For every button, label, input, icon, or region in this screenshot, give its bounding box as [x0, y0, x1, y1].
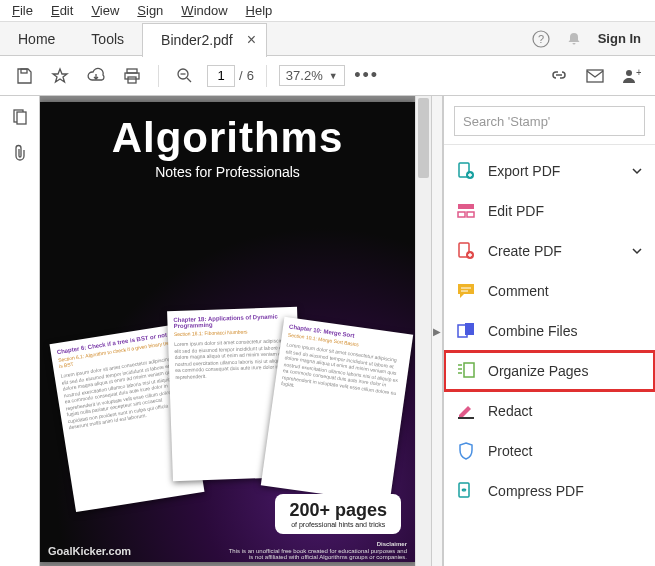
- svg-rect-13: [17, 112, 26, 124]
- tool-label: Compress PDF: [488, 483, 584, 499]
- thumbnails-icon[interactable]: [11, 108, 29, 126]
- tool-label: Protect: [488, 443, 532, 459]
- comment-icon: [456, 281, 476, 301]
- tool-protect[interactable]: Protect: [444, 431, 655, 471]
- svg-text:+: +: [636, 67, 641, 78]
- toolbar: / 6 37.2% ▼ ••• +: [0, 56, 655, 96]
- svg-line-7: [187, 78, 191, 82]
- cover-footer: GoalKicker.com DisclaimerThis is an unof…: [40, 540, 415, 562]
- tool-create-pdf[interactable]: Create PDF: [444, 231, 655, 271]
- protect-icon: [456, 441, 476, 461]
- link-icon[interactable]: [545, 62, 573, 90]
- svg-rect-2: [21, 69, 27, 73]
- tool-label: Export PDF: [488, 163, 560, 179]
- edit-pdf-icon: [456, 201, 476, 221]
- tool-label: Comment: [488, 283, 549, 299]
- menu-view[interactable]: View: [83, 1, 127, 20]
- main-area: Algorithms Notes for Professionals Chapt…: [0, 96, 655, 566]
- svg-rect-5: [128, 77, 136, 83]
- tool-label: Organize Pages: [488, 363, 588, 379]
- combine-files-icon: [456, 321, 476, 341]
- vertical-scrollbar[interactable]: [415, 96, 431, 566]
- page-indicator: / 6: [207, 65, 254, 87]
- page-input[interactable]: [207, 65, 235, 87]
- tab-document[interactable]: Binder2.pdf ×: [142, 23, 267, 57]
- svg-rect-9: [587, 70, 603, 82]
- cover-title: Algorithms: [40, 114, 415, 162]
- search-input[interactable]: [454, 106, 645, 136]
- tool-redact[interactable]: Redact: [444, 391, 655, 431]
- print-icon[interactable]: [118, 62, 146, 90]
- chevron-down-icon: [631, 165, 643, 177]
- svg-point-10: [626, 70, 632, 76]
- menu-bar: File Edit View Sign Window Help: [0, 0, 655, 22]
- menu-sign[interactable]: Sign: [129, 1, 171, 20]
- attachment-icon[interactable]: [12, 144, 28, 162]
- search-container: [454, 106, 645, 136]
- left-rail: [0, 96, 40, 566]
- menu-edit[interactable]: Edit: [43, 1, 81, 20]
- tool-label: Edit PDF: [488, 203, 544, 219]
- menu-label: File: [12, 3, 33, 18]
- menu-window[interactable]: Window: [173, 1, 235, 20]
- tool-organize-pages[interactable]: Organize Pages: [444, 351, 655, 391]
- svg-rect-29: [458, 417, 474, 419]
- redact-icon: [456, 401, 476, 421]
- svg-rect-30: [459, 483, 469, 497]
- svg-rect-18: [467, 212, 474, 217]
- zoom-out-icon[interactable]: [171, 62, 199, 90]
- organize-pages-icon: [456, 361, 476, 381]
- create-pdf-icon: [456, 241, 476, 261]
- document-viewport[interactable]: Algorithms Notes for Professionals Chapt…: [40, 96, 415, 566]
- help-icon[interactable]: ?: [532, 30, 550, 48]
- tool-compress-pdf[interactable]: Compress PDF: [444, 471, 655, 511]
- cover-subtitle: Notes for Professionals: [40, 164, 415, 180]
- tool-label: Combine Files: [488, 323, 577, 339]
- svg-rect-4: [125, 73, 139, 79]
- tab-tools[interactable]: Tools: [73, 22, 142, 56]
- compress-pdf-icon: [456, 481, 476, 501]
- svg-rect-17: [458, 212, 465, 217]
- page-total: 6: [247, 68, 254, 83]
- star-icon[interactable]: [46, 62, 74, 90]
- chevron-down-icon: ▼: [329, 71, 338, 81]
- right-panel: Export PDFEdit PDFCreate PDFCommentCombi…: [443, 96, 655, 566]
- menu-file[interactable]: File: [4, 1, 41, 20]
- tool-label: Create PDF: [488, 243, 562, 259]
- svg-text:?: ?: [538, 33, 544, 45]
- cloud-icon[interactable]: [82, 62, 110, 90]
- sign-in-link[interactable]: Sign In: [598, 31, 641, 46]
- cover-badge: 200+ pages of professional hints and tri…: [275, 494, 401, 534]
- tool-export-pdf[interactable]: Export PDF: [444, 151, 655, 191]
- svg-rect-25: [464, 363, 474, 377]
- zoom-control[interactable]: 37.2% ▼: [279, 65, 345, 86]
- chevron-down-icon: [631, 245, 643, 257]
- tool-edit-pdf[interactable]: Edit PDF: [444, 191, 655, 231]
- tool-combine-files[interactable]: Combine Files: [444, 311, 655, 351]
- tab-document-label: Binder2.pdf: [161, 32, 233, 48]
- svg-rect-24: [465, 323, 474, 335]
- svg-rect-16: [458, 204, 474, 209]
- scrollbar-thumb[interactable]: [418, 98, 429, 178]
- menu-help[interactable]: Help: [238, 1, 281, 20]
- export-pdf-icon: [456, 161, 476, 181]
- add-person-icon[interactable]: +: [617, 62, 645, 90]
- zoom-value: 37.2%: [286, 68, 323, 83]
- tab-home[interactable]: Home: [0, 22, 73, 56]
- pdf-page: Algorithms Notes for Professionals Chapt…: [40, 102, 415, 562]
- panel-collapser[interactable]: ▶: [431, 96, 443, 566]
- cover-cards: Chapter 6: Check if a tree is BST or not…: [40, 297, 415, 517]
- close-icon[interactable]: ×: [247, 31, 256, 49]
- bell-icon[interactable]: [566, 31, 582, 47]
- more-icon[interactable]: •••: [353, 62, 381, 90]
- cover-card-3: Chapter 10: Merge Sort Section 10.1: Mer…: [261, 317, 413, 503]
- tool-comment[interactable]: Comment: [444, 271, 655, 311]
- save-icon[interactable]: [10, 62, 38, 90]
- tool-label: Redact: [488, 403, 532, 419]
- mail-icon[interactable]: [581, 62, 609, 90]
- page-sep: /: [239, 68, 243, 83]
- tab-bar: Home Tools Binder2.pdf × ? Sign In: [0, 22, 655, 56]
